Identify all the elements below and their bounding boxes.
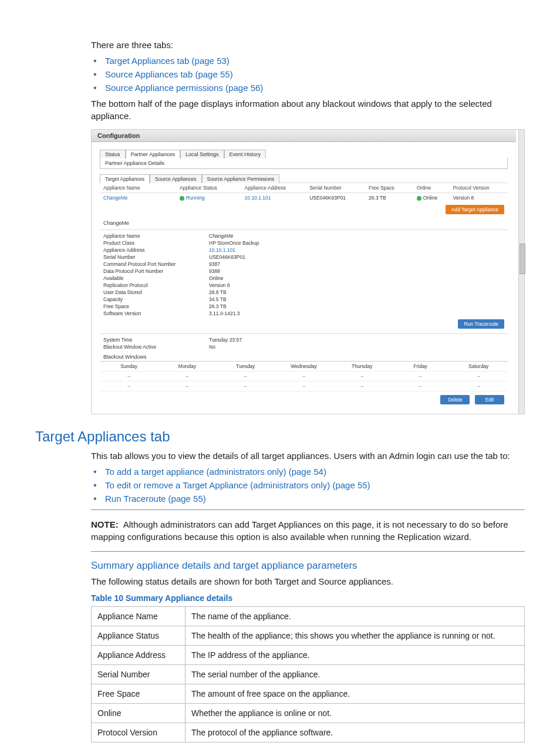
run-traceroute-button[interactable]: Run Traceroute (458, 319, 504, 329)
detail-row: AvailableOnline (100, 275, 508, 282)
grid-row[interactable]: ChangeMe Running 10.10.1.101 USE046K63P0… (100, 193, 508, 202)
detail-row: Replication ProtocolVersion 8 (100, 282, 508, 289)
col-free-space: Free Space (369, 185, 414, 191)
panel-label: Partner Appliance Details (100, 158, 508, 169)
table-key: Serial Number (92, 665, 185, 684)
cell-protocol: Version 8 (453, 195, 504, 201)
tab-status[interactable]: Status (100, 150, 126, 158)
tab-source-appliances[interactable]: Source Appliances (150, 174, 201, 183)
subsection-heading: Summary appliance details and target app… (91, 560, 525, 572)
window-title: Configuration (92, 130, 516, 142)
configuration-screenshot: Configuration Status Partner Appliances … (91, 129, 525, 414)
table-row: Free SpaceThe amount of free space on th… (92, 684, 525, 704)
col-protocol-version: Protocol Version (453, 185, 504, 191)
scrollbar[interactable] (518, 130, 524, 414)
day-thursday: Thursday (333, 363, 391, 369)
detail-row: Command Protocol Port Number9387 (100, 261, 508, 268)
note-label: NOTE: (91, 519, 119, 529)
tab-target-appliances[interactable]: Target Appliances (100, 174, 150, 183)
delete-button[interactable]: Delete (440, 395, 470, 404)
time-row: System TimeTuesday 23:57 (100, 336, 508, 343)
detail-value: 3.11.0-1421.3 (209, 310, 504, 316)
time-value: Tuesday 23:57 (209, 337, 504, 343)
day-monday: Monday (158, 363, 216, 369)
detail-value: 9388 (209, 268, 504, 274)
tab-event-history[interactable]: Event History (224, 150, 266, 158)
cell-status: Running (180, 195, 242, 201)
detail-value: USE046K63P01 (209, 254, 504, 260)
table-row: Protocol VersionThe protocol of the appl… (92, 723, 525, 742)
detail-row: User Data Stored28.8 TB (100, 289, 508, 296)
table-row: Serial NumberThe serial number of the ap… (92, 665, 525, 684)
detail-key: Command Protocol Port Number (103, 261, 209, 267)
table-key: Online (92, 704, 185, 723)
link-source-appliance-permissions[interactable]: Source Appliance permissions (page 56) (105, 83, 263, 93)
time-key: Blackout Window Active (103, 344, 209, 350)
detail-row: Appliance Address10.10.1.101 (100, 247, 508, 254)
link-target-appliances-tab[interactable]: Target Appliances tab (page 53) (105, 56, 230, 66)
online-ok-icon (417, 196, 421, 201)
tab-partner-appliances[interactable]: Partner Appliances (126, 150, 181, 158)
link-edit-remove-target-appliance[interactable]: To edit or remove a Target Appliance (ad… (105, 480, 370, 490)
table-value: The protocol of the appliance software. (185, 723, 525, 742)
detail-value: Online (209, 275, 504, 281)
table-value: The IP address of the appliance. (185, 646, 525, 665)
status-ok-icon (180, 196, 184, 201)
table-row: OnlineWhether the appliance is online or… (92, 704, 525, 723)
detail-row: Appliance NameChangeMe (100, 232, 508, 239)
detail-row: Data Protocol Port Number9388 (100, 268, 508, 275)
section-links: To add a target appliance (administrator… (91, 467, 525, 504)
detail-value: 34.5 TB (209, 296, 504, 302)
table-row: Appliance StatusThe health of the applia… (92, 626, 525, 646)
detail-row: Capacity34.5 TB (100, 296, 508, 303)
summary-table: Appliance NameThe name of the appliance.… (91, 606, 525, 742)
table-key: Appliance Name (92, 607, 185, 626)
detail-value: 9387 (209, 261, 504, 267)
section-heading-target-appliances: Target Appliances tab (35, 428, 525, 445)
section-para: This tab allows you to view the details … (91, 450, 525, 462)
intro-tabs-sentence: There are three tabs: (91, 39, 525, 51)
detail-row: Serial NumberUSE046K63P01 (100, 254, 508, 261)
detail-key: Capacity (103, 296, 209, 302)
time-value: No (209, 344, 504, 350)
days-row-1: ––––––– (100, 372, 508, 382)
detail-value: 10.10.1.101 (209, 247, 504, 253)
table-value: The amount of free space on the applianc… (185, 684, 525, 704)
outer-tabset: Status Partner Appliances Local Settings… (100, 149, 508, 158)
table-value: The serial number of the appliance. (185, 665, 525, 684)
inner-tabset: Target Appliances Source Appliances Sour… (100, 174, 508, 183)
day-wednesday: Wednesday (275, 363, 333, 369)
blackout-windows-label: Blackout Windows (100, 350, 508, 361)
intro-tabs-list: Target Appliances tab (page 53) Source A… (91, 56, 525, 93)
time-key: System Time (103, 337, 209, 343)
tab-source-appliance-permissions[interactable]: Source Appliance Permissions (202, 174, 280, 183)
table-key: Free Space (92, 684, 185, 704)
link-run-traceroute[interactable]: Run Traceroute (page 55) (105, 494, 206, 504)
table-key: Protocol Version (92, 723, 185, 742)
cell-address: 10.10.1.101 (245, 195, 308, 201)
detail-key: Serial Number (103, 254, 209, 260)
days-row-2: ––––––– (100, 382, 508, 391)
cell-name: ChangeMe (103, 195, 177, 201)
add-target-appliance-button[interactable]: Add Target Appliance (446, 205, 504, 214)
detail-key: Free Space (103, 303, 209, 309)
detail-key: Data Protocol Port Number (103, 268, 209, 274)
table-key: Appliance Address (92, 646, 185, 665)
table-value: The health of the appliance; this shows … (185, 626, 525, 646)
col-appliance-name: Appliance Name (103, 185, 177, 191)
note-text: Although administrators can add Target A… (91, 519, 508, 542)
cell-free-space: 26.3 TB (369, 195, 414, 201)
detail-value: Version 8 (209, 282, 504, 288)
tab-local-settings[interactable]: Local Settings (180, 150, 224, 158)
cell-online: Online (417, 195, 451, 201)
note-block: NOTE:Although administrators can add Tar… (91, 509, 525, 552)
table-row: Appliance NameThe name of the appliance. (92, 607, 525, 626)
detail-key: Available (103, 275, 209, 281)
cell-serial: USE046K63P01 (309, 195, 366, 201)
link-source-appliances-tab[interactable]: Source Appliances tab (page 55) (105, 69, 233, 79)
link-add-target-appliance[interactable]: To add a target appliance (administrator… (105, 467, 326, 477)
time-row: Blackout Window ActiveNo (100, 343, 508, 350)
edit-button[interactable]: Edit (475, 395, 504, 404)
detail-key: Appliance Address (103, 247, 209, 253)
detail-row: Software Version3.11.0-1421.3 (100, 310, 508, 317)
